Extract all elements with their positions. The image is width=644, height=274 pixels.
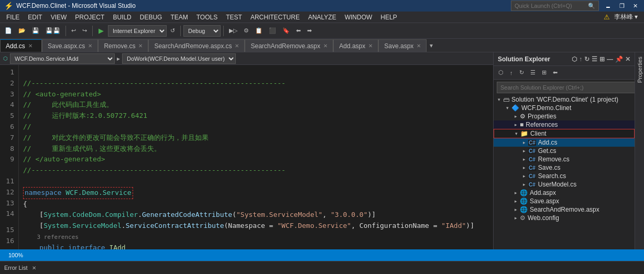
toolbar-btn2[interactable]: ⚙ xyxy=(241,26,252,35)
tab-searchandremove-aspx-cs[interactable]: SearchAndRemove.aspx.cs ✕ xyxy=(148,39,245,52)
menu-architecture[interactable]: ARCHITECTURE xyxy=(246,13,304,22)
code-content[interactable]: //--------------------------------------… xyxy=(19,65,493,249)
toolbar-btn4[interactable]: ⬛ xyxy=(266,26,279,35)
menu-debug[interactable]: DEBUG xyxy=(136,13,167,22)
tab-row: Add.cs ✕ Save.aspx.cs ✕ Remove.cs ✕ Sear… xyxy=(0,39,644,52)
tab-searchandremove-aspx[interactable]: SearchAndRemove.aspx ✕ xyxy=(245,39,333,52)
tab-add-cs[interactable]: Add.cs ✕ xyxy=(0,39,42,52)
browser-dropdown[interactable]: Internet Explorer xyxy=(108,25,167,37)
tab-close-save-aspx[interactable]: ✕ xyxy=(417,43,421,49)
maximize-button[interactable]: ❐ xyxy=(617,3,627,9)
nav-left-dropdown[interactable]: WCF.Demo.Service.IAdd xyxy=(10,53,115,64)
tree-get-cs[interactable]: ▸ C# Get.cs xyxy=(494,147,635,155)
error-list-label[interactable]: Error List xyxy=(4,265,28,271)
menu-view[interactable]: VIEW xyxy=(47,13,71,22)
redo-btn[interactable]: ↪ xyxy=(80,26,90,35)
tab-save-aspx[interactable]: Save.aspx ✕ xyxy=(378,39,427,52)
menu-edit[interactable]: EDIT xyxy=(24,13,46,22)
se-collapse[interactable]: — xyxy=(607,56,613,63)
se-btn5[interactable]: ⊞ xyxy=(539,68,549,77)
properties-panel-label[interactable]: Properties xyxy=(636,52,644,87)
save-btn[interactable]: 💾 xyxy=(29,26,42,35)
tab-remove-cs[interactable]: Remove.cs ✕ xyxy=(98,39,148,52)
se-btn4[interactable]: ☰ xyxy=(528,68,538,77)
tree-searchandremove-aspx[interactable]: ▸ 🌐 SearchAndRemove.aspx xyxy=(494,205,635,214)
menu-window[interactable]: WINDOW xyxy=(341,13,377,22)
chevron-right-icon: ▸ xyxy=(521,140,527,145)
se-ctrl5[interactable]: ⊞ xyxy=(599,56,605,63)
menu-file[interactable]: FILE xyxy=(2,13,24,22)
tree-remove-cs[interactable]: ▸ C# Remove.cs xyxy=(494,155,635,163)
menu-build[interactable]: BUILD xyxy=(108,13,135,22)
se-pin[interactable]: 📌 xyxy=(615,56,623,63)
se-search-input[interactable] xyxy=(497,82,638,93)
se-ctrl3[interactable]: ↻ xyxy=(584,56,590,63)
tab-close-remove-cs[interactable]: ✕ xyxy=(138,43,143,49)
save-all-btn[interactable]: 💾💾 xyxy=(43,26,63,35)
code-container[interactable]: 1 2 3 4 5 6 7 8 9 11 12 13 14 15 16 18 xyxy=(0,65,493,249)
se-btn1[interactable]: ⬡ xyxy=(496,68,506,77)
se-btn6[interactable]: ⬅ xyxy=(550,68,560,77)
se-close[interactable]: ✕ xyxy=(625,56,630,63)
tab-close-add-cs[interactable]: ✕ xyxy=(28,43,32,49)
menu-test[interactable]: TEST xyxy=(222,13,246,22)
tree-properties[interactable]: ▸ ⚙ Properties xyxy=(494,112,635,120)
cs-icon: C# xyxy=(528,147,536,155)
undo-btn[interactable]: ↩ xyxy=(69,26,79,35)
tree-add-aspx[interactable]: ▸ 🌐 Add.aspx xyxy=(494,189,635,197)
usermodel-cs-label: UserModel.cs xyxy=(538,181,576,188)
sep1 xyxy=(66,26,66,36)
toolbar-btn1[interactable]: ▶▷ xyxy=(226,26,240,35)
refresh-btn[interactable]: ↺ xyxy=(168,26,178,35)
tree-save-cs[interactable]: ▸ C# Save.cs xyxy=(494,163,635,172)
new-btn[interactable]: 📄 xyxy=(2,26,15,35)
window-controls[interactable]: 🗕 ❐ ✕ xyxy=(603,3,640,9)
toolbar-btn3[interactable]: 📋 xyxy=(253,26,265,35)
bottom-panel-close[interactable]: ✕ xyxy=(32,265,36,271)
tree-solution[interactable]: ▾ 🗃 Solution 'WCF.Demo.Clinet' (1 projec… xyxy=(494,95,635,104)
tab-close-save-aspx-cs[interactable]: ✕ xyxy=(88,43,92,49)
tree-save-aspx[interactable]: ▸ 🌐 Save.aspx xyxy=(494,197,635,205)
project-icon: 🔷 xyxy=(511,104,519,112)
se-ctrl4[interactable]: ☰ xyxy=(592,56,597,63)
tree-add-cs[interactable]: ▸ C# Add.cs xyxy=(494,138,635,147)
tab-close-searchandremove-aspx-cs[interactable]: ✕ xyxy=(235,43,239,49)
se-btn2[interactable]: ↑ xyxy=(507,69,516,77)
quick-launch-input[interactable] xyxy=(515,3,588,9)
open-btn[interactable]: 📂 xyxy=(16,26,28,35)
menu-help[interactable]: HELP xyxy=(376,13,401,22)
menu-team[interactable]: TEAM xyxy=(166,13,192,22)
se-ctrl1[interactable]: ⬡ xyxy=(572,56,577,63)
tree-web-config[interactable]: ▸ ⚙ Web.config xyxy=(494,214,635,222)
save-aspx-label: Save.aspx xyxy=(530,198,559,205)
editor-nav: ⬡ WCF.Demo.Service.IAdd ▸ DoWork(WCF.Dem… xyxy=(0,52,493,65)
tab-save-aspx-cs[interactable]: Save.aspx.cs ✕ xyxy=(42,39,98,52)
tree-project[interactable]: ▾ 🔷 WCF.Demo.Clinet xyxy=(494,104,635,112)
user-name[interactable]: 李林峰 ▾ xyxy=(614,13,638,21)
tab-overflow-btn[interactable]: ▾ xyxy=(427,39,436,52)
toolbar-btn5[interactable]: 🔖 xyxy=(280,26,292,35)
menu-analyze[interactable]: ANALYZE xyxy=(304,13,341,22)
tree-client-folder[interactable]: ▾ 📁 Client xyxy=(494,129,635,138)
toolbar-btn7[interactable]: ➡ xyxy=(304,26,314,35)
tree-usermodel-cs[interactable]: ▸ C# UserModel.cs xyxy=(494,180,635,189)
chevron-down-icon: ▾ xyxy=(496,97,502,102)
menu-tools[interactable]: TOOLS xyxy=(192,13,222,22)
tab-close-add-aspx[interactable]: ✕ xyxy=(368,43,373,49)
quick-launch[interactable]: 🔍 xyxy=(511,1,599,11)
minimize-button[interactable]: 🗕 xyxy=(603,3,613,9)
toolbar-btn6[interactable]: ⬅ xyxy=(293,26,303,35)
run-btn[interactable]: ▶ xyxy=(95,26,107,36)
se-ctrl2[interactable]: ↑ xyxy=(579,56,582,63)
se-header: Solution Explorer ⬡ ↑ ↻ ☰ ⊞ — 📌 ✕ xyxy=(494,52,635,66)
menu-project[interactable]: PROJECT xyxy=(71,13,108,22)
close-button[interactable]: ✕ xyxy=(631,3,640,9)
tab-add-aspx[interactable]: Add.aspx ✕ xyxy=(333,39,378,52)
se-btn3[interactable]: ↻ xyxy=(517,68,527,77)
tab-close-searchandremove-aspx[interactable]: ✕ xyxy=(323,43,328,49)
config-dropdown[interactable]: Debug Release xyxy=(183,25,221,37)
tree-references[interactable]: ▸ ■ References xyxy=(494,120,635,129)
menu-bar: FILE EDIT VIEW PROJECT BUILD DEBUG TEAM … xyxy=(0,12,644,23)
nav-right-dropdown[interactable]: DoWork(WCF.Demo.Model.User user) xyxy=(122,53,236,64)
tree-search-cs[interactable]: ▸ C# Search.cs xyxy=(494,172,635,180)
